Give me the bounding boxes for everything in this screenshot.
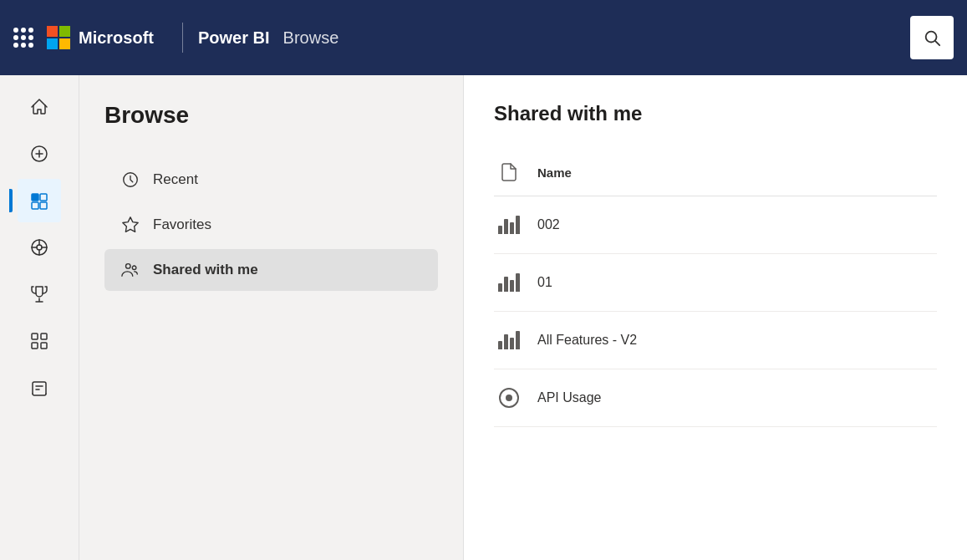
svg-marker-22 [123, 217, 138, 232]
brand-name: Microsoft [79, 28, 154, 48]
row-icon-01 [494, 267, 524, 298]
header-file-icon [494, 157, 524, 187]
sidebar-item-goals[interactable] [18, 272, 61, 316]
shared-icon [121, 261, 140, 279]
svg-rect-18 [41, 343, 47, 349]
file-icon [499, 162, 519, 182]
shared-label: Shared with me [153, 262, 258, 278]
svg-point-24 [132, 266, 136, 270]
gauge-icon [499, 388, 519, 408]
name-column-header: Name [537, 165, 572, 180]
svg-rect-6 [40, 194, 47, 201]
content-area: Shared with me Name 002 [464, 75, 967, 560]
search-button[interactable] [910, 16, 954, 59]
sidebar-item-create[interactable] [18, 132, 61, 176]
svg-rect-17 [32, 343, 38, 349]
apps-icon [29, 331, 49, 351]
row-name-01: 01 [537, 275, 552, 290]
favorites-label: Favorites [153, 216, 211, 233]
sidebar-item-home[interactable] [18, 85, 61, 129]
icon-sidebar [0, 75, 79, 560]
row-icon-002 [494, 210, 524, 240]
browse-panel-title: Browse [104, 102, 438, 129]
table-row[interactable]: API Usage [494, 369, 937, 427]
bar-chart-icon [498, 331, 520, 349]
app-launcher-button[interactable] [13, 28, 33, 48]
learn-icon [29, 378, 49, 398]
svg-rect-16 [41, 333, 47, 339]
recent-label: Recent [153, 171, 198, 188]
sidebar-item-browse[interactable] [18, 179, 61, 222]
table-header: Name [494, 149, 937, 196]
main-layout: Browse Recent Favorites [0, 75, 967, 560]
svg-point-9 [37, 245, 42, 250]
search-icon [923, 28, 941, 47]
top-nav-bar: Microsoft Power BI Browse [0, 0, 967, 75]
browse-item-recent[interactable]: Recent [104, 159, 438, 201]
sidebar-item-apps[interactable] [18, 319, 61, 363]
sidebar-item-hub[interactable] [18, 226, 61, 269]
create-icon [29, 144, 49, 164]
browse-panel: Browse Recent Favorites [79, 75, 464, 560]
content-title: Shared with me [494, 102, 937, 125]
row-icon-api-usage [494, 383, 524, 413]
bar-chart-icon [498, 273, 520, 292]
row-name-all-features: All Features - V2 [537, 333, 637, 348]
nav-divider [182, 23, 183, 53]
hub-icon [29, 237, 49, 257]
svg-point-23 [126, 264, 131, 269]
table-row[interactable]: All Features - V2 [494, 312, 937, 369]
browse-item-favorites[interactable]: Favorites [104, 204, 438, 246]
clock-icon [121, 171, 140, 189]
trophy-icon [29, 284, 49, 304]
row-icon-all-features [494, 325, 524, 355]
svg-rect-7 [32, 202, 38, 209]
table-row[interactable]: 01 [494, 254, 937, 312]
svg-rect-8 [40, 202, 47, 209]
microsoft-logo: Microsoft [47, 26, 154, 49]
svg-line-1 [935, 41, 939, 45]
row-name-002: 002 [537, 217, 560, 232]
browse-icon [29, 191, 49, 211]
app-name: Power BI [198, 28, 270, 48]
svg-rect-15 [32, 333, 38, 339]
row-name-api-usage: API Usage [537, 390, 601, 405]
table-row[interactable]: 002 [494, 196, 937, 254]
sidebar-item-learn[interactable] [18, 366, 61, 410]
svg-rect-5 [32, 194, 38, 201]
home-icon [29, 97, 49, 117]
ms-grid-icon [47, 26, 70, 49]
star-icon [121, 216, 140, 234]
bar-chart-icon [498, 216, 520, 234]
browse-item-shared[interactable]: Shared with me [104, 249, 438, 291]
page-breadcrumb: Browse [283, 28, 339, 48]
browse-menu: Recent Favorites Shared with me [104, 159, 438, 291]
